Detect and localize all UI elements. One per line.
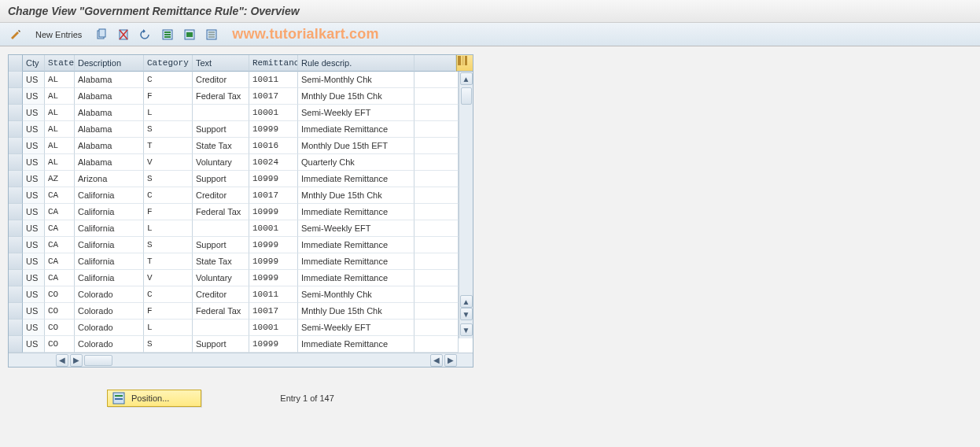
select-all-rows[interactable] <box>9 55 23 72</box>
row-selector[interactable] <box>9 253 23 270</box>
cell-cat[interactable]: C <box>144 72 193 88</box>
cell-cty[interactable]: US <box>23 336 45 353</box>
cell-cty[interactable]: US <box>23 88 45 105</box>
cell-state[interactable]: CA <box>45 270 75 286</box>
cell-cty[interactable]: US <box>23 320 45 336</box>
scroll-page-up-icon[interactable]: ▲ <box>460 295 473 308</box>
table-row[interactable]: USALAlabamaL10001Semi-Weekly EFT <box>9 105 459 121</box>
cell-cty[interactable]: US <box>23 187 45 204</box>
cell-cat[interactable]: L <box>144 220 193 237</box>
select-block-icon[interactable] <box>180 26 199 43</box>
cell-cat[interactable]: F <box>144 204 193 220</box>
cell-rem[interactable]: 10999 <box>249 336 298 353</box>
table-row[interactable]: USCOColoradoFFederal Tax10017Mnthly Due … <box>9 303 459 320</box>
scroll-left2-icon[interactable]: ◀ <box>430 354 443 367</box>
cell-cty[interactable]: US <box>23 138 45 154</box>
cell-cat[interactable]: T <box>144 253 193 270</box>
cell-rem[interactable]: 10017 <box>249 303 298 320</box>
cell-state[interactable]: CA <box>45 220 75 237</box>
table-row[interactable]: USALAlabamaFFederal Tax10017Mnthly Due 1… <box>9 88 459 105</box>
cell-state[interactable]: CO <box>45 336 75 353</box>
row-selector[interactable] <box>9 121 23 138</box>
vertical-scrollbar[interactable]: ▲ ▼ ▲ ▼ <box>459 72 473 338</box>
row-selector[interactable] <box>9 171 23 187</box>
position-button[interactable]: Position... <box>107 390 201 407</box>
select-all-icon[interactable] <box>158 26 177 43</box>
row-selector[interactable] <box>9 303 23 320</box>
scroll-down-icon[interactable]: ▼ <box>460 308 473 320</box>
toggle-display-change-icon[interactable] <box>6 26 25 43</box>
cell-state[interactable]: CA <box>45 204 75 220</box>
table-row[interactable]: USAZArizonaSSupport10999Immediate Remitt… <box>9 171 459 187</box>
cell-rem[interactable]: 10999 <box>249 237 298 253</box>
table-row[interactable]: USCOColoradoCCreditor10011Semi-Monthly C… <box>9 286 459 303</box>
table-row[interactable]: USCOColoradoL10001Semi-Weekly EFT <box>9 320 459 336</box>
cell-cat[interactable]: L <box>144 105 193 121</box>
cell-state[interactable]: AL <box>45 72 75 88</box>
cell-cat[interactable]: S <box>144 336 193 353</box>
cell-rem[interactable]: 10999 <box>249 121 298 138</box>
cell-cty[interactable]: US <box>23 204 45 220</box>
cell-rem[interactable]: 10011 <box>249 72 298 88</box>
vscroll-thumb[interactable] <box>461 87 472 105</box>
cell-state[interactable]: CO <box>45 320 75 336</box>
cell-state[interactable]: CA <box>45 237 75 253</box>
table-row[interactable]: USCACaliforniaFFederal Tax10999Immediate… <box>9 204 459 220</box>
hscroll-thumb[interactable] <box>84 355 112 366</box>
cell-cty[interactable]: US <box>23 220 45 237</box>
row-selector[interactable] <box>9 72 23 88</box>
cell-cat[interactable]: V <box>144 154 193 171</box>
cell-cty[interactable]: US <box>23 154 45 171</box>
row-selector[interactable] <box>9 220 23 237</box>
cell-cty[interactable]: US <box>23 237 45 253</box>
scroll-page-down-icon[interactable]: ▼ <box>460 323 473 336</box>
cell-cty[interactable]: US <box>23 286 45 303</box>
row-selector[interactable] <box>9 286 23 303</box>
table-row[interactable]: USCOColoradoSSupport10999Immediate Remit… <box>9 336 459 353</box>
table-row[interactable]: USCACaliforniaVVoluntary10999Immediate R… <box>9 270 459 286</box>
table-row[interactable]: USCACaliforniaL10001Semi-Weekly EFT <box>9 220 459 237</box>
cell-rem[interactable]: 10011 <box>249 286 298 303</box>
col-rule[interactable]: Rule descrip. <box>298 55 414 72</box>
copy-icon[interactable] <box>92 26 111 43</box>
scroll-right2-icon[interactable]: ▶ <box>444 354 457 367</box>
col-cat[interactable]: Category <box>144 55 193 72</box>
cell-cty[interactable]: US <box>23 303 45 320</box>
cell-rem[interactable]: 10001 <box>249 105 298 121</box>
cell-rem[interactable]: 10999 <box>249 270 298 286</box>
cell-rem[interactable]: 10001 <box>249 320 298 336</box>
row-selector[interactable] <box>9 270 23 286</box>
cell-rem[interactable]: 10024 <box>249 154 298 171</box>
configure-columns-icon[interactable] <box>456 55 473 72</box>
cell-state[interactable]: CA <box>45 253 75 270</box>
table-row[interactable]: USCACaliforniaTState Tax10999Immediate R… <box>9 253 459 270</box>
cell-cat[interactable]: F <box>144 88 193 105</box>
cell-cat[interactable]: C <box>144 286 193 303</box>
cell-state[interactable]: AL <box>45 154 75 171</box>
table-row[interactable]: USALAlabamaSSupport10999Immediate Remitt… <box>9 121 459 138</box>
row-selector[interactable] <box>9 204 23 220</box>
cell-rem[interactable]: 10999 <box>249 253 298 270</box>
delete-icon[interactable] <box>114 26 133 43</box>
cell-state[interactable]: CO <box>45 303 75 320</box>
row-selector[interactable] <box>9 88 23 105</box>
cell-cty[interactable]: US <box>23 105 45 121</box>
cell-state[interactable]: AL <box>45 121 75 138</box>
cell-rem[interactable]: 10017 <box>249 187 298 204</box>
table-row[interactable]: USALAlabamaTState Tax10016Monthly Due 15… <box>9 138 459 154</box>
cell-cty[interactable]: US <box>23 270 45 286</box>
col-rem[interactable]: Remittanc... <box>249 55 298 72</box>
cell-cat[interactable]: S <box>144 121 193 138</box>
cell-cat[interactable]: T <box>144 138 193 154</box>
table-row[interactable]: USCACaliforniaCCreditor10017Mnthly Due 1… <box>9 187 459 204</box>
table-row[interactable]: USCACaliforniaSSupport10999Immediate Rem… <box>9 237 459 253</box>
cell-rem[interactable]: 10017 <box>249 88 298 105</box>
cell-cat[interactable]: V <box>144 270 193 286</box>
cell-cat[interactable]: F <box>144 303 193 320</box>
row-selector[interactable] <box>9 154 23 171</box>
cell-cat[interactable]: S <box>144 171 193 187</box>
cell-rem[interactable]: 10016 <box>249 138 298 154</box>
cell-rem[interactable]: 10999 <box>249 171 298 187</box>
cell-state[interactable]: CO <box>45 286 75 303</box>
table-row[interactable]: USALAlabamaCCreditor10011Semi-Monthly Ch… <box>9 72 459 88</box>
